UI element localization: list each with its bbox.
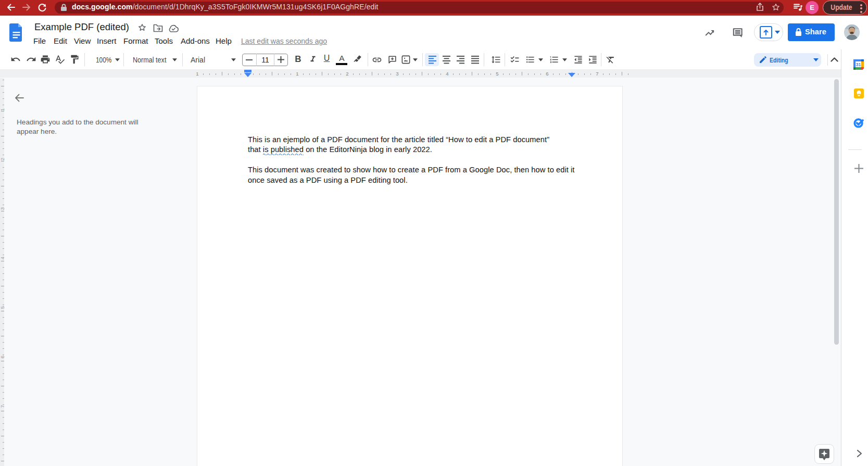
svg-text:31: 31 xyxy=(856,62,861,67)
